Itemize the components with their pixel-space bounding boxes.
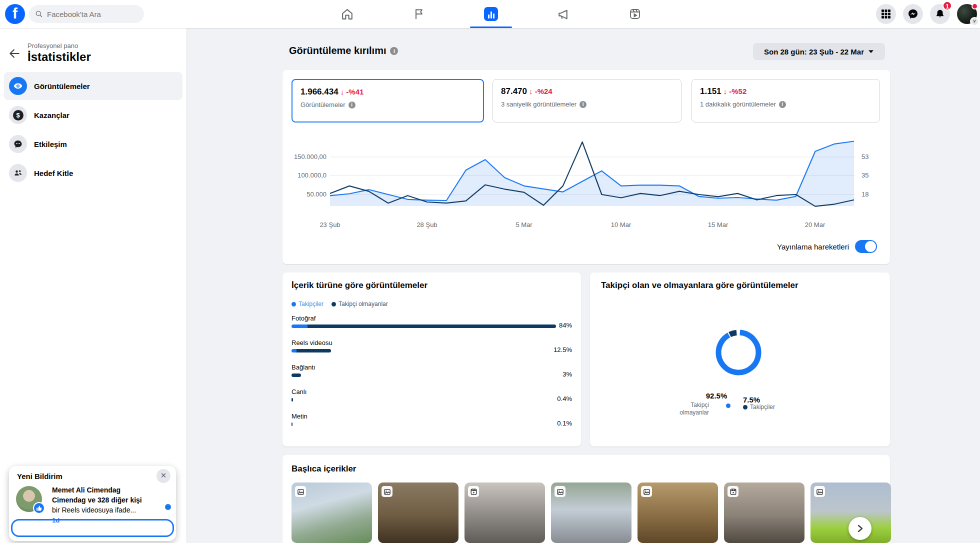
toggle-label: Yayınlama hareketleri [777, 242, 849, 251]
legend-dot-non-followers [332, 302, 336, 306]
reels-icon [728, 486, 738, 497]
tab-pages[interactable] [383, 0, 455, 28]
bar-value: 3% [562, 370, 572, 378]
sidebar-item-label: Etkileşim [34, 140, 67, 148]
stat-label: 1 dakikalık görüntülemeler [700, 100, 776, 108]
info-icon[interactable]: i [348, 102, 356, 108]
notification-popup: Yeni Bildirim ✕ Memet Ali Cimendag Cimen… [9, 466, 176, 541]
views-line-chart[interactable] [330, 111, 855, 215]
content-thumbnail[interactable] [292, 482, 372, 543]
x-axis-tick: 20 Mar [798, 221, 832, 228]
panel-title: Başlıca içerikler [292, 464, 356, 474]
close-icon[interactable]: ✕ [156, 469, 170, 483]
y-axis-tick: 50.000 [284, 190, 326, 198]
stat-delta: ↓ -%52 [724, 87, 747, 96]
tab-ads[interactable] [527, 0, 599, 28]
followers-donut-chart[interactable] [714, 328, 764, 378]
views-breakdown-card: 1.966.434↓ -%41 Görüntülemeleri 87.470↓ … [282, 70, 890, 264]
grid-menu-icon [881, 9, 891, 19]
tab-video[interactable] [599, 0, 671, 28]
sidebar-item-goruntulemeler[interactable]: Görüntülemeler [4, 72, 182, 100]
sidebar-kicker: Profesyonel pano [28, 42, 78, 50]
caret-down-icon [868, 48, 874, 54]
bar-row: Bağlantı 3% [292, 364, 572, 388]
megaphone-icon [556, 8, 570, 21]
messenger-icon [908, 8, 918, 20]
donut-dot-non-followers [726, 404, 730, 408]
notifications-button[interactable]: 1 [930, 4, 950, 24]
profile-alert-dot [972, 3, 978, 10]
content-thumbnail[interactable] [724, 482, 804, 543]
bar-value: 0.4% [557, 395, 572, 402]
page-title: Görüntüleme kırılımı [289, 45, 386, 56]
sidebar-title: İstatistikler [28, 50, 91, 64]
stat-delta: ↓ -%24 [529, 87, 552, 96]
bar-row: Fotoğraf 84% [292, 314, 572, 339]
donut-label-followers: Takipçiler [750, 404, 775, 411]
content-thumbnail[interactable] [378, 482, 458, 543]
back-button[interactable] [8, 47, 22, 61]
x-axis-tick: 5 Mar [506, 221, 542, 228]
donut-dot-followers [743, 405, 748, 410]
x-axis-tick: 15 Mar [700, 221, 736, 228]
stat-delta: ↓ -%41 [340, 88, 364, 96]
publishing-activity-toggle-row: Yayınlama hareketleri [777, 240, 877, 253]
bar-category: Bağlantı [292, 364, 572, 371]
info-icon[interactable]: i [779, 101, 786, 108]
search-input[interactable] [47, 10, 132, 18]
x-axis-tick: 23 Şub [312, 221, 348, 228]
flag-icon [412, 8, 426, 20]
bar [292, 349, 572, 352]
bar-row: Canlı 0.4% [292, 388, 572, 412]
stat-label: 3 saniyelik görüntülemeler [501, 100, 576, 108]
chart-legend: Takipçiler Takipçi olmayanlar [292, 300, 388, 308]
donut-pct-followers: 7.5% [743, 396, 760, 404]
top-content-list [292, 482, 891, 543]
content-thumbnail[interactable] [464, 482, 545, 543]
panel-title: İçerik türüne göre görüntülemeler [292, 280, 428, 290]
y-axis-right-tick: 53 [862, 153, 868, 160]
content-thumbnail[interactable] [551, 482, 632, 543]
followers-vs-non-followers-card: Takipçi olan ve olmayanlara göre görüntü… [590, 272, 890, 446]
people-icon [9, 164, 27, 182]
chevron-down-icon: ˅ [970, 17, 979, 26]
insights-bar-chart-icon [484, 7, 498, 21]
main-nav-tabs [311, 0, 671, 28]
date-range-selector[interactable]: Son 28 gün: 23 Şub - 22 Mar [753, 43, 885, 60]
profile-avatar[interactable]: ˅ [957, 4, 977, 24]
reels-icon [468, 486, 479, 497]
notification-focus-ring [11, 519, 174, 537]
photo-icon [382, 486, 392, 497]
next-content-button[interactable] [848, 517, 872, 540]
bar-category: Fotoğraf [292, 314, 572, 322]
tab-home[interactable] [311, 0, 383, 28]
donut-pct-non-followers: 92.5% [699, 392, 734, 400]
reels-icon [628, 8, 642, 20]
search-bar[interactable] [29, 5, 144, 23]
arrow-left-icon [8, 47, 21, 60]
bar-value: 0.1% [557, 420, 572, 427]
bar [292, 324, 572, 328]
info-icon[interactable]: i [390, 47, 398, 55]
sidebar-item-kazanclar[interactable]: $ Kazançlar [4, 101, 182, 129]
legend-label: Takipçiler [298, 300, 324, 308]
stat-value: 1.966.434 [300, 87, 338, 96]
photo-icon [814, 486, 825, 497]
info-icon[interactable]: i [580, 101, 586, 108]
donut-label-non-followers: Takipçi olmayanlar [665, 402, 709, 416]
menu-grid-button[interactable] [876, 4, 896, 24]
content-thumbnail[interactable] [638, 482, 718, 543]
messenger-button[interactable] [903, 4, 923, 24]
sidebar-item-label: Hedef Kitle [34, 169, 73, 178]
sidebar-item-hedef-kitle[interactable]: Hedef Kitle [4, 159, 182, 187]
search-icon [35, 10, 43, 18]
sidebar-item-etkilesim[interactable]: Etkileşim [4, 130, 182, 158]
x-axis-tick: 10 Mar [604, 221, 638, 228]
facebook-logo[interactable]: f [5, 4, 25, 24]
home-icon [340, 8, 354, 21]
y-axis-tick: 150.000,00 [284, 153, 326, 160]
y-axis-right-tick: 35 [862, 172, 868, 179]
tab-insights-active[interactable] [455, 0, 527, 28]
sidebar-menu: Görüntülemeler $ Kazançlar Etkileşim [4, 72, 182, 188]
publishing-activity-toggle[interactable] [855, 240, 877, 253]
